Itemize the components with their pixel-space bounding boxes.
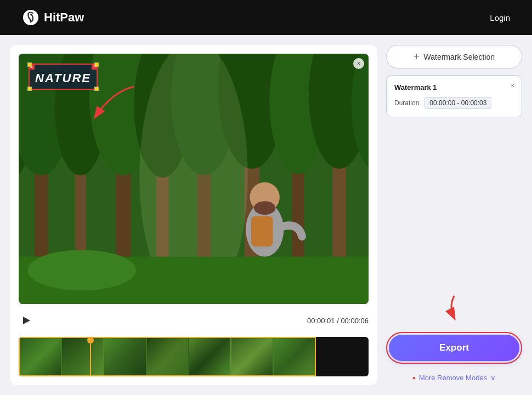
video-container: ×	[19, 54, 369, 304]
spacer	[386, 124, 522, 287]
svg-point-30	[254, 201, 276, 215]
time-display: 00:00:01 / 00:00:06	[307, 317, 369, 325]
timeline[interactable]	[19, 337, 369, 376]
video-close-button[interactable]: ×	[353, 58, 364, 69]
more-remove-modes[interactable]: ● More Remove Modes ∨	[386, 370, 522, 385]
timeline-border	[19, 337, 316, 376]
main-layout: ×	[0, 35, 532, 395]
export-arrow	[386, 293, 522, 323]
watermark-card-title: Watermark 1	[394, 83, 514, 91]
duration-value: 00:00:00 - 00:00:03	[425, 97, 491, 109]
export-arrow-icon	[438, 293, 471, 323]
play-icon	[21, 316, 31, 325]
watermark-selection-label: Watermark Selection	[424, 53, 495, 61]
watermark-text: NATURE	[35, 71, 91, 85]
logo-text: HitPaw	[44, 10, 84, 25]
video-preview	[19, 54, 369, 304]
bullet-icon: ●	[412, 375, 416, 381]
export-button-wrapper: Export	[386, 332, 522, 364]
timeline-playhead[interactable]	[90, 337, 91, 376]
watermark-selection-box[interactable]: 1 × NATURE	[29, 64, 98, 90]
controls-bar: 00:00:01 / 00:00:06	[19, 311, 369, 330]
left-panel: ×	[10, 45, 377, 385]
watermark-card-duration: Duration 00:00:00 - 00:00:03	[394, 97, 514, 109]
close-icon: ×	[356, 60, 360, 67]
export-button[interactable]: Export	[389, 335, 519, 361]
logo: HitPaw	[22, 9, 84, 26]
timeline-frame-2	[62, 338, 103, 375]
resize-handle-tl[interactable]	[27, 62, 32, 67]
more-modes-label: More Remove Modes	[419, 374, 487, 382]
play-button[interactable]	[19, 313, 34, 328]
watermark-card-close-button[interactable]: ×	[511, 81, 515, 90]
login-button[interactable]: Login	[490, 13, 510, 22]
timeline-frame-4	[147, 338, 188, 375]
chevron-down-icon: ∨	[490, 374, 496, 382]
watermark-selection-button[interactable]: + Watermark Selection	[386, 45, 522, 68]
app-header: HitPaw Login	[0, 0, 532, 35]
plus-icon: +	[414, 51, 420, 62]
svg-marker-32	[23, 317, 30, 324]
timeline-frame-3	[104, 338, 145, 375]
timeline-frame-6	[231, 338, 273, 375]
resize-handle-bl[interactable]	[27, 87, 32, 91]
svg-point-26	[183, 260, 319, 294]
watermark-card: × Watermark 1 Duration 00:00:00 - 00:00:…	[386, 75, 522, 117]
resize-handle-br[interactable]	[94, 87, 99, 91]
playhead-handle[interactable]	[87, 337, 94, 344]
duration-label: Duration	[394, 99, 419, 107]
logo-icon	[22, 9, 39, 26]
timeline-frame-7	[274, 338, 315, 375]
resize-handle-tr[interactable]	[94, 62, 99, 67]
svg-point-25	[27, 250, 136, 290]
timeline-frame-1	[20, 338, 61, 375]
right-panel: + Watermark Selection × Watermark 1 Dura…	[386, 45, 522, 385]
timeline-frame-5	[189, 338, 230, 375]
svg-rect-29	[251, 216, 273, 247]
